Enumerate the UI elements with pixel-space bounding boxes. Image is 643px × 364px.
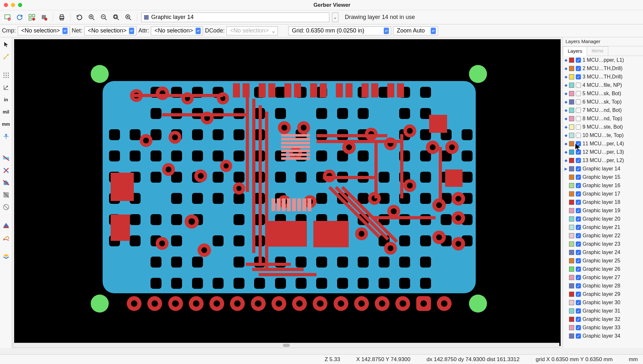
layer-color-swatch[interactable] <box>569 325 574 330</box>
dcode-select[interactable]: <No selection>⌄ <box>226 26 278 35</box>
layer-row[interactable]: ◆✓11 MCU…per, L4) <box>563 140 643 148</box>
layer-visibility-checkbox[interactable]: ✓ <box>576 333 581 339</box>
zoom-fit-icon[interactable] <box>111 13 121 22</box>
layer-visibility-checkbox[interactable] <box>576 108 581 113</box>
layer-visibility-checkbox[interactable] <box>576 99 581 105</box>
layer-row[interactable]: ◆7 MCU…nd, Bot) <box>563 106 643 114</box>
print-icon[interactable] <box>57 13 67 22</box>
layer-visibility-checkbox[interactable]: ✓ <box>576 233 581 238</box>
layer-color-swatch[interactable] <box>569 250 574 255</box>
layer-row[interactable]: ▶✓Graphic layer 14 <box>563 165 643 173</box>
layer-visibility-checkbox[interactable]: ✓ <box>576 292 581 297</box>
layer-visibility-checkbox[interactable]: ✓ <box>576 241 581 247</box>
layer-color-swatch[interactable] <box>569 183 574 188</box>
layer-visibility-checkbox[interactable]: ✓ <box>576 141 581 146</box>
layer-color-swatch[interactable] <box>569 241 574 247</box>
layer-visibility-checkbox[interactable]: ✓ <box>576 74 581 79</box>
layer-row[interactable]: ✓Graphic layer 32 <box>563 315 643 323</box>
layer-visibility-checkbox[interactable]: ✓ <box>576 250 581 255</box>
tab-items[interactable]: Items <box>587 46 608 56</box>
layer-row[interactable]: ✓Graphic layer 18 <box>563 198 643 206</box>
sketch-flashed-icon[interactable] <box>2 154 11 163</box>
layer-color-swatch[interactable] <box>569 116 574 121</box>
layer-visibility-checkbox[interactable]: ✓ <box>576 166 581 171</box>
layer-visibility-checkbox[interactable] <box>576 116 581 121</box>
layer-visibility-checkbox[interactable]: ✓ <box>576 150 581 155</box>
horizontal-scrollbar[interactable] <box>13 343 559 348</box>
layer-visibility-checkbox[interactable]: ✓ <box>576 158 581 163</box>
layer-color-swatch[interactable] <box>569 133 574 138</box>
layer-row[interactable]: ✓Graphic layer 19 <box>563 206 643 215</box>
layer-color-swatch[interactable] <box>569 66 574 71</box>
layer-color-swatch[interactable] <box>569 208 574 213</box>
layer-color-swatch[interactable] <box>569 166 574 171</box>
layer-visibility-checkbox[interactable] <box>576 91 581 96</box>
layer-color-swatch[interactable] <box>569 108 574 113</box>
grid-toggle-icon[interactable] <box>2 71 11 80</box>
redraw-icon[interactable] <box>75 13 84 22</box>
layer-row[interactable]: ✓Graphic layer 29 <box>563 290 643 298</box>
layer-color-swatch[interactable] <box>569 317 574 322</box>
layer-row[interactable]: ✓Graphic layer 21 <box>563 223 643 232</box>
layer-color-swatch[interactable] <box>569 99 574 105</box>
zoom-out-icon[interactable] <box>99 13 109 22</box>
dcodes-icon[interactable] <box>2 203 11 212</box>
layer-color-swatch[interactable] <box>569 74 574 79</box>
layer-visibility-checkbox[interactable]: ✓ <box>576 183 581 188</box>
layer-row[interactable]: ◆6 MCU…sk, Top) <box>563 98 643 106</box>
layer-color-swatch[interactable] <box>569 333 574 339</box>
layer-color-swatch[interactable] <box>569 233 574 238</box>
layers-list[interactable]: ◆✓1 MCU…pper, L1)◆✓2 MCU…TH,Drill)◆✓3 MC… <box>563 56 643 348</box>
layer-row[interactable]: ✓Graphic layer 16 <box>563 181 643 190</box>
layer-visibility-checkbox[interactable]: ✓ <box>576 275 581 280</box>
layer-color-swatch[interactable] <box>569 308 574 314</box>
active-layer-selector[interactable]: Graphic layer 14 <box>141 13 329 22</box>
layer-visibility-checkbox[interactable] <box>576 133 581 138</box>
layer-visibility-checkbox[interactable] <box>576 124 581 130</box>
layer-row[interactable]: ◆✓3 MCU…TH,Drill) <box>563 73 643 81</box>
measure-tool-icon[interactable] <box>2 52 11 61</box>
layer-visibility-checkbox[interactable]: ✓ <box>576 325 581 330</box>
polar-coord-icon[interactable] <box>2 83 11 92</box>
net-select[interactable]: <No selection>▴▾ <box>84 26 136 35</box>
layer-row[interactable]: ✓Graphic layer 31 <box>563 307 643 315</box>
layer-color-swatch[interactable] <box>569 83 574 88</box>
layer-row[interactable]: ✓Graphic layer 22 <box>563 232 643 240</box>
layer-row[interactable]: ✓Graphic layer 17 <box>563 190 643 198</box>
layer-row[interactable]: ◆✓1 MCU…pper, L1) <box>563 56 643 64</box>
layer-visibility-checkbox[interactable]: ✓ <box>576 191 581 196</box>
layer-row[interactable]: ◆✓2 MCU…TH,Drill) <box>563 64 643 73</box>
unit-inches-button[interactable]: in <box>2 95 11 104</box>
unit-mm-button[interactable]: mm <box>2 120 11 129</box>
layer-row[interactable]: ✓Graphic layer 26 <box>563 265 643 273</box>
layer-row[interactable]: ◆5 MCU…sk, Bot) <box>563 89 643 98</box>
selection-tool-icon[interactable] <box>2 40 11 49</box>
layer-row[interactable]: ◆4 MCU…file, NP) <box>563 81 643 89</box>
layer-visibility-checkbox[interactable]: ✓ <box>576 283 581 288</box>
layer-row[interactable]: ◆✓13 MCU…per, L2) <box>563 156 643 165</box>
high-contrast-icon[interactable] <box>2 233 11 242</box>
zoom-in-icon[interactable] <box>87 13 96 22</box>
layer-color-swatch[interactable] <box>569 124 574 130</box>
layer-visibility-checkbox[interactable]: ✓ <box>576 225 581 230</box>
layer-color-swatch[interactable] <box>569 275 574 280</box>
layer-color-swatch[interactable] <box>569 175 574 180</box>
layer-color-swatch[interactable] <box>569 158 574 163</box>
zoom-select[interactable]: Zoom Auto▴▾ <box>393 26 438 35</box>
layer-row[interactable]: ◆8 MCU…nd, Top) <box>563 114 643 123</box>
cmp-select[interactable]: <No selection>▴▾ <box>18 26 70 35</box>
layer-row[interactable]: ✓Graphic layer 33 <box>563 323 643 332</box>
layer-row[interactable]: ✓Graphic layer 20 <box>563 215 643 223</box>
negative-objects-icon[interactable] <box>2 190 11 199</box>
cursor-shape-icon[interactable] <box>2 132 11 141</box>
layer-color-swatch[interactable] <box>569 283 574 288</box>
layer-color-swatch[interactable] <box>569 191 574 196</box>
layer-visibility-checkbox[interactable]: ✓ <box>576 66 581 71</box>
layer-row[interactable]: ✓Graphic layer 34 <box>563 332 643 340</box>
layer-row[interactable]: ✓Graphic layer 30 <box>563 298 643 307</box>
zoom-selection-icon[interactable] <box>124 13 133 22</box>
layer-row[interactable]: ◆9 MCU…ste, Bot) <box>563 123 643 131</box>
layer-dropdown-button[interactable]: ⌄ <box>332 13 338 22</box>
layer-visibility-checkbox[interactable]: ✓ <box>576 258 581 263</box>
layer-visibility-checkbox[interactable]: ✓ <box>576 267 581 272</box>
